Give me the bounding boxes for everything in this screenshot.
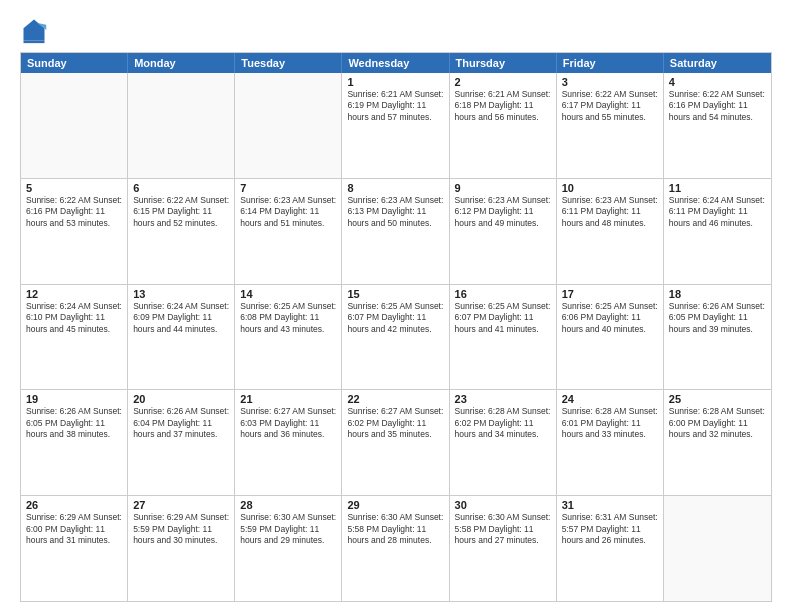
cell-info: Sunrise: 6:28 AM Sunset: 6:02 PM Dayligh…	[455, 406, 551, 440]
cell-info: Sunrise: 6:21 AM Sunset: 6:18 PM Dayligh…	[455, 89, 551, 123]
cell-info: Sunrise: 6:28 AM Sunset: 6:01 PM Dayligh…	[562, 406, 658, 440]
cell-info: Sunrise: 6:23 AM Sunset: 6:12 PM Dayligh…	[455, 195, 551, 229]
day-number: 24	[562, 393, 658, 405]
cell-info: Sunrise: 6:22 AM Sunset: 6:17 PM Dayligh…	[562, 89, 658, 123]
day-number: 19	[26, 393, 122, 405]
cal-cell: 4Sunrise: 6:22 AM Sunset: 6:16 PM Daylig…	[664, 73, 771, 178]
cal-cell: 18Sunrise: 6:26 AM Sunset: 6:05 PM Dayli…	[664, 285, 771, 390]
day-number: 18	[669, 288, 766, 300]
day-number: 9	[455, 182, 551, 194]
cell-info: Sunrise: 6:27 AM Sunset: 6:03 PM Dayligh…	[240, 406, 336, 440]
cell-info: Sunrise: 6:21 AM Sunset: 6:19 PM Dayligh…	[347, 89, 443, 123]
day-number: 12	[26, 288, 122, 300]
cal-cell: 22Sunrise: 6:27 AM Sunset: 6:02 PM Dayli…	[342, 390, 449, 495]
cal-cell: 19Sunrise: 6:26 AM Sunset: 6:05 PM Dayli…	[21, 390, 128, 495]
cell-info: Sunrise: 6:25 AM Sunset: 6:07 PM Dayligh…	[455, 301, 551, 335]
cal-cell: 8Sunrise: 6:23 AM Sunset: 6:13 PM Daylig…	[342, 179, 449, 284]
cal-cell: 6Sunrise: 6:22 AM Sunset: 6:15 PM Daylig…	[128, 179, 235, 284]
cal-cell: 10Sunrise: 6:23 AM Sunset: 6:11 PM Dayli…	[557, 179, 664, 284]
cal-cell	[128, 73, 235, 178]
day-number: 31	[562, 499, 658, 511]
cell-info: Sunrise: 6:23 AM Sunset: 6:14 PM Dayligh…	[240, 195, 336, 229]
cell-info: Sunrise: 6:22 AM Sunset: 6:16 PM Dayligh…	[26, 195, 122, 229]
cal-cell: 24Sunrise: 6:28 AM Sunset: 6:01 PM Dayli…	[557, 390, 664, 495]
cal-cell: 15Sunrise: 6:25 AM Sunset: 6:07 PM Dayli…	[342, 285, 449, 390]
cal-cell: 23Sunrise: 6:28 AM Sunset: 6:02 PM Dayli…	[450, 390, 557, 495]
day-number: 28	[240, 499, 336, 511]
cal-week-4: 19Sunrise: 6:26 AM Sunset: 6:05 PM Dayli…	[21, 389, 771, 495]
cal-cell: 9Sunrise: 6:23 AM Sunset: 6:12 PM Daylig…	[450, 179, 557, 284]
day-number: 22	[347, 393, 443, 405]
day-number: 8	[347, 182, 443, 194]
cell-info: Sunrise: 6:26 AM Sunset: 6:05 PM Dayligh…	[26, 406, 122, 440]
cal-cell	[664, 496, 771, 601]
day-number: 25	[669, 393, 766, 405]
cal-cell: 13Sunrise: 6:24 AM Sunset: 6:09 PM Dayli…	[128, 285, 235, 390]
cal-cell: 12Sunrise: 6:24 AM Sunset: 6:10 PM Dayli…	[21, 285, 128, 390]
logo	[20, 16, 52, 44]
cell-info: Sunrise: 6:22 AM Sunset: 6:16 PM Dayligh…	[669, 89, 766, 123]
cal-week-3: 12Sunrise: 6:24 AM Sunset: 6:10 PM Dayli…	[21, 284, 771, 390]
day-number: 3	[562, 76, 658, 88]
calendar-header: SundayMondayTuesdayWednesdayThursdayFrid…	[21, 53, 771, 73]
cell-info: Sunrise: 6:22 AM Sunset: 6:15 PM Dayligh…	[133, 195, 229, 229]
day-number: 7	[240, 182, 336, 194]
day-number: 6	[133, 182, 229, 194]
cal-header-friday: Friday	[557, 53, 664, 73]
day-number: 23	[455, 393, 551, 405]
day-number: 20	[133, 393, 229, 405]
day-number: 26	[26, 499, 122, 511]
cell-info: Sunrise: 6:23 AM Sunset: 6:11 PM Dayligh…	[562, 195, 658, 229]
day-number: 27	[133, 499, 229, 511]
cal-cell: 29Sunrise: 6:30 AM Sunset: 5:58 PM Dayli…	[342, 496, 449, 601]
cell-info: Sunrise: 6:24 AM Sunset: 6:09 PM Dayligh…	[133, 301, 229, 335]
cal-cell: 26Sunrise: 6:29 AM Sunset: 6:00 PM Dayli…	[21, 496, 128, 601]
cal-cell: 2Sunrise: 6:21 AM Sunset: 6:18 PM Daylig…	[450, 73, 557, 178]
cell-info: Sunrise: 6:25 AM Sunset: 6:08 PM Dayligh…	[240, 301, 336, 335]
cal-cell: 17Sunrise: 6:25 AM Sunset: 6:06 PM Dayli…	[557, 285, 664, 390]
calendar-body: 1Sunrise: 6:21 AM Sunset: 6:19 PM Daylig…	[21, 73, 771, 601]
cal-cell	[21, 73, 128, 178]
header	[20, 16, 772, 44]
day-number: 21	[240, 393, 336, 405]
cell-info: Sunrise: 6:29 AM Sunset: 5:59 PM Dayligh…	[133, 512, 229, 546]
cal-header-saturday: Saturday	[664, 53, 771, 73]
cal-week-2: 5Sunrise: 6:22 AM Sunset: 6:16 PM Daylig…	[21, 178, 771, 284]
day-number: 16	[455, 288, 551, 300]
cell-info: Sunrise: 6:25 AM Sunset: 6:06 PM Dayligh…	[562, 301, 658, 335]
cal-cell: 11Sunrise: 6:24 AM Sunset: 6:11 PM Dayli…	[664, 179, 771, 284]
svg-rect-3	[24, 41, 45, 44]
cal-cell: 5Sunrise: 6:22 AM Sunset: 6:16 PM Daylig…	[21, 179, 128, 284]
day-number: 5	[26, 182, 122, 194]
cal-cell: 7Sunrise: 6:23 AM Sunset: 6:14 PM Daylig…	[235, 179, 342, 284]
day-number: 14	[240, 288, 336, 300]
day-number: 29	[347, 499, 443, 511]
day-number: 10	[562, 182, 658, 194]
cal-header-tuesday: Tuesday	[235, 53, 342, 73]
cal-header-thursday: Thursday	[450, 53, 557, 73]
cell-info: Sunrise: 6:30 AM Sunset: 5:58 PM Dayligh…	[455, 512, 551, 546]
cell-info: Sunrise: 6:28 AM Sunset: 6:00 PM Dayligh…	[669, 406, 766, 440]
cell-info: Sunrise: 6:31 AM Sunset: 5:57 PM Dayligh…	[562, 512, 658, 546]
cal-cell: 27Sunrise: 6:29 AM Sunset: 5:59 PM Dayli…	[128, 496, 235, 601]
cal-cell: 28Sunrise: 6:30 AM Sunset: 5:59 PM Dayli…	[235, 496, 342, 601]
cal-cell: 31Sunrise: 6:31 AM Sunset: 5:57 PM Dayli…	[557, 496, 664, 601]
day-number: 2	[455, 76, 551, 88]
page: SundayMondayTuesdayWednesdayThursdayFrid…	[0, 0, 792, 612]
cell-info: Sunrise: 6:24 AM Sunset: 6:11 PM Dayligh…	[669, 195, 766, 229]
cell-info: Sunrise: 6:25 AM Sunset: 6:07 PM Dayligh…	[347, 301, 443, 335]
cell-info: Sunrise: 6:23 AM Sunset: 6:13 PM Dayligh…	[347, 195, 443, 229]
cal-cell: 30Sunrise: 6:30 AM Sunset: 5:58 PM Dayli…	[450, 496, 557, 601]
cal-cell: 3Sunrise: 6:22 AM Sunset: 6:17 PM Daylig…	[557, 73, 664, 178]
cal-cell	[235, 73, 342, 178]
day-number: 13	[133, 288, 229, 300]
day-number: 4	[669, 76, 766, 88]
cal-week-1: 1Sunrise: 6:21 AM Sunset: 6:19 PM Daylig…	[21, 73, 771, 178]
cal-header-wednesday: Wednesday	[342, 53, 449, 73]
day-number: 30	[455, 499, 551, 511]
cal-cell: 14Sunrise: 6:25 AM Sunset: 6:08 PM Dayli…	[235, 285, 342, 390]
cell-info: Sunrise: 6:27 AM Sunset: 6:02 PM Dayligh…	[347, 406, 443, 440]
cal-cell: 1Sunrise: 6:21 AM Sunset: 6:19 PM Daylig…	[342, 73, 449, 178]
cell-info: Sunrise: 6:26 AM Sunset: 6:05 PM Dayligh…	[669, 301, 766, 335]
cell-info: Sunrise: 6:30 AM Sunset: 5:58 PM Dayligh…	[347, 512, 443, 546]
